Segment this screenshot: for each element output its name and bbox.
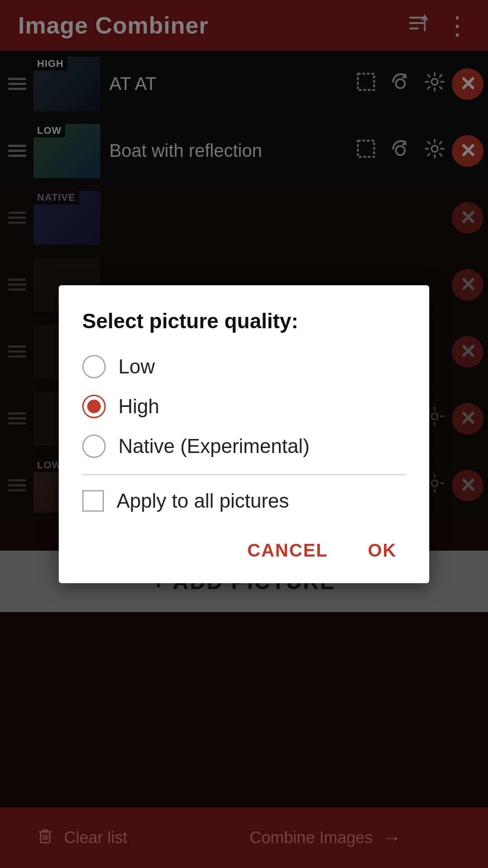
cancel-button[interactable]: CANCEL — [238, 536, 337, 565]
dialog-overlay: Select picture quality: Low High Native … — [0, 0, 488, 868]
radio-low-label: Low — [118, 355, 155, 378]
radio-option-high[interactable]: High — [82, 395, 406, 418]
quality-dialog: Select picture quality: Low High Native … — [59, 285, 429, 583]
dialog-divider — [82, 474, 406, 475]
apply-all-checkbox-option[interactable]: Apply to all pictures — [82, 490, 406, 512]
dialog-buttons: CANCEL OK — [82, 536, 406, 565]
radio-option-low[interactable]: Low — [82, 355, 406, 378]
radio-native[interactable] — [82, 434, 106, 458]
dialog-title: Select picture quality: — [82, 309, 406, 333]
apply-all-checkbox[interactable] — [82, 490, 104, 512]
radio-native-label: Native (Experimental) — [118, 435, 310, 458]
radio-high-label: High — [118, 395, 160, 418]
apply-all-label: Apply to all pictures — [117, 490, 289, 512]
radio-option-native[interactable]: Native (Experimental) — [82, 434, 406, 458]
ok-button[interactable]: OK — [359, 536, 406, 565]
radio-high[interactable] — [82, 395, 106, 418]
radio-low[interactable] — [82, 355, 106, 378]
